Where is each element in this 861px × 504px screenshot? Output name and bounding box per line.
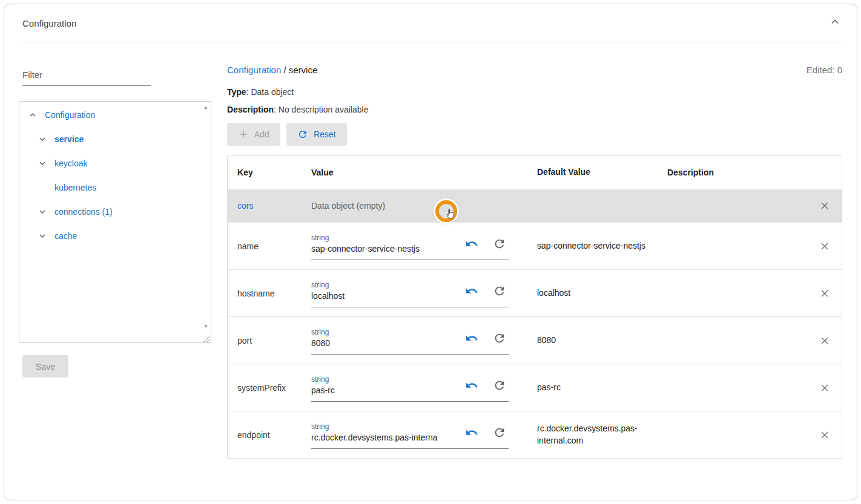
row-key: systemPrefix <box>228 383 311 393</box>
reset-button-label: Reset <box>314 129 336 139</box>
close-icon <box>819 382 831 394</box>
undo-button[interactable] <box>465 332 478 345</box>
scroll-up-arrow[interactable]: ▲ <box>201 105 211 110</box>
close-icon <box>819 240 831 252</box>
delete-row-button[interactable] <box>817 333 832 348</box>
table-row-cors[interactable]: cors Data object (empty) <box>228 189 842 222</box>
table-row: systemPrefix string pas-rc <box>228 364 842 411</box>
undo-icon <box>465 379 478 392</box>
plus-icon <box>238 129 249 140</box>
value-type-label: string <box>311 281 509 289</box>
table-row: name string sap-connector-service-nestjs <box>228 222 842 269</box>
header-key: Key <box>228 168 311 177</box>
chevron-up-icon <box>829 16 841 28</box>
table-header-row: Key Value Default Value Description <box>228 155 842 189</box>
row-key-link[interactable]: cors <box>228 201 311 211</box>
save-button[interactable]: Save <box>22 355 68 378</box>
chevron-up-icon[interactable] <box>25 108 40 122</box>
type-line: Type: Data object <box>227 87 842 97</box>
row-key: endpoint <box>228 430 311 440</box>
breadcrumb-configuration-link[interactable]: Configuration <box>227 65 281 75</box>
undo-button[interactable] <box>465 426 478 439</box>
close-icon <box>819 335 831 347</box>
scroll-down-arrow[interactable]: ▼ <box>201 324 211 329</box>
value-input[interactable]: string 8080 <box>311 327 509 355</box>
value-input[interactable]: string rc.docker.devsystems.pas-interna <box>311 421 509 449</box>
delete-row-button[interactable] <box>817 381 832 395</box>
delete-row-button[interactable] <box>817 428 832 442</box>
panel-title: Configuration <box>22 18 76 28</box>
tree-item-keycloak[interactable]: keycloak <box>19 151 211 175</box>
reset-value-button[interactable] <box>493 237 506 250</box>
undo-button[interactable] <box>465 284 478 298</box>
value-input[interactable]: string localhost <box>311 280 509 307</box>
tree-item-connections[interactable]: connections (1) <box>19 200 211 224</box>
reset-value-button[interactable] <box>493 426 506 439</box>
close-icon <box>819 287 831 299</box>
tree-item-label[interactable]: connections (1) <box>54 207 113 217</box>
close-icon <box>819 200 831 212</box>
tree-item-cache[interactable]: cache <box>19 224 211 248</box>
breadcrumb: Configuration / service <box>227 65 317 75</box>
refresh-icon <box>493 379 506 392</box>
delete-row-button[interactable] <box>817 198 832 213</box>
refresh-icon <box>493 284 506 298</box>
filter-field <box>22 67 151 86</box>
header-description: Description <box>667 168 808 177</box>
tree-item-label[interactable]: kubernetes <box>54 183 96 192</box>
filter-input[interactable] <box>22 67 151 85</box>
chevron-down-icon[interactable] <box>35 205 50 219</box>
value-input[interactable]: string sap-connector-service-nestjs <box>311 232 509 260</box>
value-type-label: string <box>311 422 509 431</box>
table-row: endpoint string rc.docker.devsystems.pas… <box>228 411 842 458</box>
value-input-text[interactable]: rc.docker.devsystems.pas-interna <box>311 433 455 442</box>
tree-scrollbar[interactable]: ▲ ▼ <box>201 102 211 342</box>
value-input-text[interactable]: 8080 <box>311 338 455 348</box>
tree-item-label[interactable]: cache <box>54 231 77 241</box>
table-row: hostname string localhost <box>228 269 842 316</box>
type-value: : Data object <box>246 87 294 97</box>
header-value: Value <box>311 168 537 177</box>
refresh-icon <box>493 237 506 250</box>
description-value: : No description available <box>274 105 368 114</box>
value-input-text[interactable]: pas-rc <box>311 385 455 395</box>
reset-value-button[interactable] <box>493 379 506 392</box>
config-table: Key Value Default Value Description cors… <box>227 155 842 459</box>
refresh-icon <box>297 129 308 140</box>
delete-row-button[interactable] <box>817 286 832 301</box>
detail-panel: Configuration / service Edited: 0 Type: … <box>227 42 842 459</box>
row-default-value: localhost <box>537 287 667 299</box>
undo-icon <box>465 426 478 439</box>
tree-item-configuration[interactable]: Configuration <box>19 103 211 127</box>
tree-item-label[interactable]: Configuration <box>45 110 95 120</box>
tree-item-label[interactable]: keycloak <box>54 159 87 168</box>
configuration-panel: Configuration Configuration <box>4 4 857 500</box>
resize-grip-icon[interactable] <box>203 335 210 342</box>
reset-button[interactable]: Reset <box>286 123 347 146</box>
chevron-down-icon[interactable] <box>35 132 50 146</box>
value-input-text[interactable]: localhost <box>311 291 455 301</box>
chevron-down-icon[interactable] <box>35 229 50 243</box>
tree-item-label[interactable]: service <box>54 134 84 144</box>
chevron-down-icon[interactable] <box>35 156 50 171</box>
reset-value-button[interactable] <box>493 284 506 298</box>
tree-item-service[interactable]: service <box>19 127 211 151</box>
row-value-text: Data object (empty) <box>311 201 537 211</box>
refresh-icon <box>493 332 506 345</box>
header-default-value: Default Value <box>537 166 667 178</box>
reset-value-button[interactable] <box>493 332 506 345</box>
value-type-label: string <box>311 375 509 384</box>
undo-icon <box>465 332 478 345</box>
breadcrumb-current: / service <box>281 65 317 75</box>
row-default-value: sap-connector-service-nestjs <box>537 240 667 252</box>
value-input-text[interactable]: sap-connector-service-nestjs <box>311 244 455 254</box>
undo-button[interactable] <box>465 379 478 392</box>
delete-row-button[interactable] <box>817 239 832 254</box>
value-input[interactable]: string pas-rc <box>311 374 509 402</box>
undo-icon <box>465 284 478 298</box>
undo-button[interactable] <box>465 237 478 250</box>
tree-item-kubernetes[interactable]: kubernetes <box>19 175 211 200</box>
sidebar: Configuration service keycloak <box>19 42 211 378</box>
collapse-panel-button[interactable] <box>829 16 841 30</box>
add-button[interactable]: Add <box>227 123 280 146</box>
